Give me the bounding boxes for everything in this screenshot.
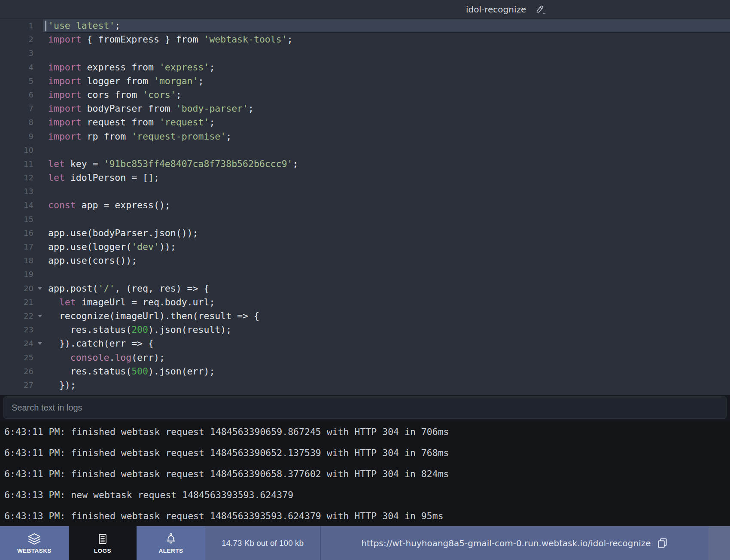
line-number: 2 xyxy=(0,33,43,46)
code-line: 4import express from 'express'; xyxy=(0,61,730,74)
code-line: 10 xyxy=(0,143,730,157)
code-line: 16app.use(bodyParser.json()); xyxy=(0,226,730,240)
code-line: 28}); xyxy=(0,392,730,395)
code-line: 1'use latest'; xyxy=(0,19,730,33)
line-number: 17 xyxy=(0,240,43,254)
bottom-toolbar: WEBTASKS LOGS ALERTS xyxy=(0,526,730,560)
title-bar: idol-recognize xyxy=(0,0,730,19)
fold-arrow-icon[interactable] xyxy=(38,342,42,345)
line-number: 15 xyxy=(0,213,43,226)
line-number: 27 xyxy=(0,378,43,392)
line-number: 14 xyxy=(0,198,43,212)
code-line: 15 xyxy=(0,213,730,226)
code-line: 23 res.status(200).json(result); xyxy=(0,323,730,337)
tab-logs[interactable]: LOGS xyxy=(69,526,137,560)
edit-title-pencil-icon[interactable] xyxy=(535,4,546,15)
code-line: 7import bodyParser from 'body-parser'; xyxy=(0,102,730,116)
code-line: 25 console.log(err); xyxy=(0,351,730,365)
toolbar-right-strip xyxy=(709,526,730,560)
storage-usage-section: 14.73 Kb out of 100 kb xyxy=(205,526,320,560)
log-output[interactable]: 6:43:11 PM: finished webtask request 148… xyxy=(0,421,730,526)
code-line: 14const app = express(); xyxy=(0,198,730,212)
line-number: 10 xyxy=(0,143,43,157)
code-line: 9import rp from 'request-promise'; xyxy=(0,130,730,143)
webtask-editor-window: idol-recognize 1'use latest';2import { f… xyxy=(0,0,730,560)
tab-webtasks[interactable]: WEBTASKS xyxy=(0,526,69,560)
log-line: 6:43:11 PM: finished webtask request 148… xyxy=(4,421,730,442)
bell-icon xyxy=(164,533,177,545)
line-number: 22 xyxy=(0,309,43,323)
log-line: 6:43:13 PM: new webtask request 14845633… xyxy=(4,484,730,505)
line-number: 18 xyxy=(0,254,43,268)
code-line: 12let idolPerson = []; xyxy=(0,171,730,185)
code-line: 6import cors from 'cors'; xyxy=(0,88,730,102)
line-number: 16 xyxy=(0,226,43,240)
line-number: 9 xyxy=(0,130,43,143)
code-line: 3 xyxy=(0,46,730,60)
code-line: 26 res.status(500).json(err); xyxy=(0,365,730,378)
line-number: 20 xyxy=(0,282,43,295)
line-number: 11 xyxy=(0,157,43,171)
line-number: 1 xyxy=(0,19,43,33)
webtask-url-section: https://wt-huyhoang8a5-gmail-com-0.run.w… xyxy=(321,526,709,560)
line-number: 24 xyxy=(0,337,43,350)
log-line: 6:43:11 PM: finished webtask request 148… xyxy=(4,442,730,463)
tab-webtasks-label: WEBTASKS xyxy=(17,548,52,554)
code-line: 11let key = '91bc853ff4e8407ca8f738b562b… xyxy=(0,157,730,171)
fold-arrow-icon[interactable] xyxy=(38,315,42,317)
code-line: 20app.post('/', (req, res) => { xyxy=(0,282,730,295)
line-number: 3 xyxy=(0,46,43,60)
code-line: 24 }).catch(err => { xyxy=(0,337,730,350)
line-number: 8 xyxy=(0,116,43,129)
code-line: 17app.use(logger('dev')); xyxy=(0,240,730,254)
code-line: 2import { fromExpress } from 'webtask-to… xyxy=(0,33,730,46)
code-line: 8import request from 'request'; xyxy=(0,116,730,129)
line-number: 4 xyxy=(0,61,43,74)
line-number: 23 xyxy=(0,323,43,337)
code-line: 18app.use(cors()); xyxy=(0,254,730,268)
code-editor[interactable]: 1'use latest';2import { fromExpress } fr… xyxy=(0,19,730,395)
line-number: 26 xyxy=(0,365,43,378)
code-line: 5import logger from 'morgan'; xyxy=(0,74,730,88)
tab-logs-label: LOGS xyxy=(94,548,111,554)
line-number: 25 xyxy=(0,351,43,365)
line-number: 19 xyxy=(0,268,43,281)
line-number: 13 xyxy=(0,185,43,198)
log-line: 6:43:13 PM: finished webtask request 148… xyxy=(4,505,730,526)
code-line: 21 let imageUrl = req.body.url; xyxy=(0,295,730,309)
tab-alerts-label: ALERTS xyxy=(159,548,183,554)
document-lines-icon xyxy=(97,533,109,545)
code-line: 22 recognize(imageUrl).then(result => { xyxy=(0,309,730,323)
layers-icon xyxy=(27,533,42,545)
tab-alerts[interactable]: ALERTS xyxy=(137,526,205,560)
search-input[interactable] xyxy=(3,396,727,419)
line-number: 7 xyxy=(0,102,43,116)
code-line: 27 }); xyxy=(0,378,730,392)
line-number: 28 xyxy=(0,392,43,395)
log-line: 6:43:11 PM: finished webtask request 148… xyxy=(4,463,730,484)
line-number: 6 xyxy=(0,88,43,102)
line-number: 21 xyxy=(0,295,43,309)
code-line: 13 xyxy=(0,185,730,198)
code-line: 19 xyxy=(0,268,730,281)
webtask-url-text: https://wt-huyhoang8a5-gmail-com-0.run.w… xyxy=(361,538,651,548)
line-number: 5 xyxy=(0,74,43,88)
page-title: idol-recognize xyxy=(466,4,526,15)
text-cursor xyxy=(45,21,46,31)
fold-arrow-icon[interactable] xyxy=(38,287,42,290)
line-number: 12 xyxy=(0,171,43,185)
log-search-bar xyxy=(0,395,730,421)
storage-usage-text: 14.73 Kb out of 100 kb xyxy=(222,539,304,548)
copy-icon[interactable] xyxy=(657,537,668,549)
